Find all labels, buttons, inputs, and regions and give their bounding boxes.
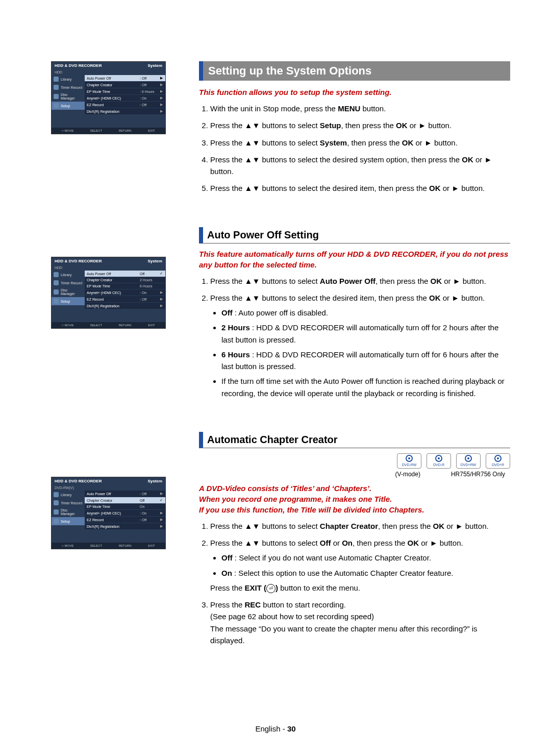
osd-screenshot-1: HDD & DVD RECORDER System HDD Library Ti… [51, 61, 166, 134]
disc-badge: DVD+RW [456, 453, 481, 469]
steps-list: Press the ▲▼ buttons to select Auto Powe… [199, 275, 510, 399]
disc-badge: DVD+R [486, 453, 510, 469]
disc-labels: (V-mode) HR755/HR756 Only [199, 471, 510, 478]
osd-subheader: HDD [52, 69, 165, 75]
bullet-item: Off : Auto power off is disabled. [221, 307, 510, 319]
exit-note: Press the EXIT (⏎) button to exit the me… [210, 582, 510, 594]
disc-badge: DVD-R [427, 453, 451, 469]
step-item: With the unit in Stop mode, press the ME… [210, 103, 510, 114]
steps-list: With the unit in Stop mode, press the ME… [199, 103, 510, 194]
section-title-system-options: Setting up the System Options [199, 61, 510, 81]
disc-badge-row: DVD-RW DVD-R DVD+RW DVD+R [199, 453, 510, 469]
steps-list: Press the ▲▼ buttons to select Chapter C… [199, 520, 510, 646]
section-intro: This feature automatically turns off you… [199, 249, 510, 270]
bullet-item: Off : Select if you do not want use Auto… [221, 552, 510, 564]
step-item: Press the ▲▼ buttons to select the desir… [210, 182, 510, 194]
step-item: Press the ▲▼ buttons to select the desir… [210, 292, 510, 399]
step-item: Press the REC button to start recording.… [210, 599, 510, 646]
osd-category: System [148, 63, 162, 68]
step-item: Press the ▲▼ buttons to select the desir… [210, 154, 510, 178]
bullet-item: 2 Hours : HDD & DVD RECORDER will automa… [221, 322, 510, 346]
bullet-item: If the turn off time set with the Auto P… [221, 375, 510, 399]
left-column: HDD & DVD RECORDER System HDD Library Ti… [51, 61, 184, 651]
disc-badge: DVD-RW [397, 453, 421, 469]
exit-icon: ⏎ [266, 584, 276, 593]
step-item: Press the ▲▼ buttons to select Setup, th… [210, 119, 510, 131]
osd-title: HDD & DVD RECORDER [55, 63, 102, 68]
osd-screenshot-3: HDD & DVD RECORDER System DVD-RW(V) Libr… [51, 477, 166, 549]
subsection-auto-power-off: Auto Power Off Setting [199, 227, 510, 243]
setup-icon [54, 103, 59, 108]
step-item: Press the ▲▼ buttons to select Off or On… [210, 537, 510, 594]
disc-icon [54, 94, 59, 99]
osd-screenshot-2: HDD & DVD RECORDER System HDD Library Ti… [51, 257, 166, 329]
timer-icon [54, 85, 59, 90]
step-item: Press the ▲▼ buttons to select Chapter C… [210, 520, 510, 532]
section-intro: A DVD-Video consists of ‘Titles’ and ‘Ch… [199, 483, 510, 515]
bullet-item: 6 Hours : HDD & DVD RECORDER will automa… [221, 349, 510, 373]
subsection-chapter-creator: Automatic Chapter Creator [199, 432, 510, 448]
step-item: Press the ▲▼ buttons to select System, t… [210, 137, 510, 149]
step-item: Press the ▲▼ buttons to select Auto Powe… [210, 275, 510, 287]
page-number: English - 30 [0, 724, 551, 733]
right-column: Setting up the System Options This funct… [199, 61, 520, 651]
bullet-item: On : Select this option to use the Autom… [221, 567, 510, 579]
library-icon [54, 77, 59, 82]
section-intro: This function allows you to setup the sy… [199, 87, 510, 97]
